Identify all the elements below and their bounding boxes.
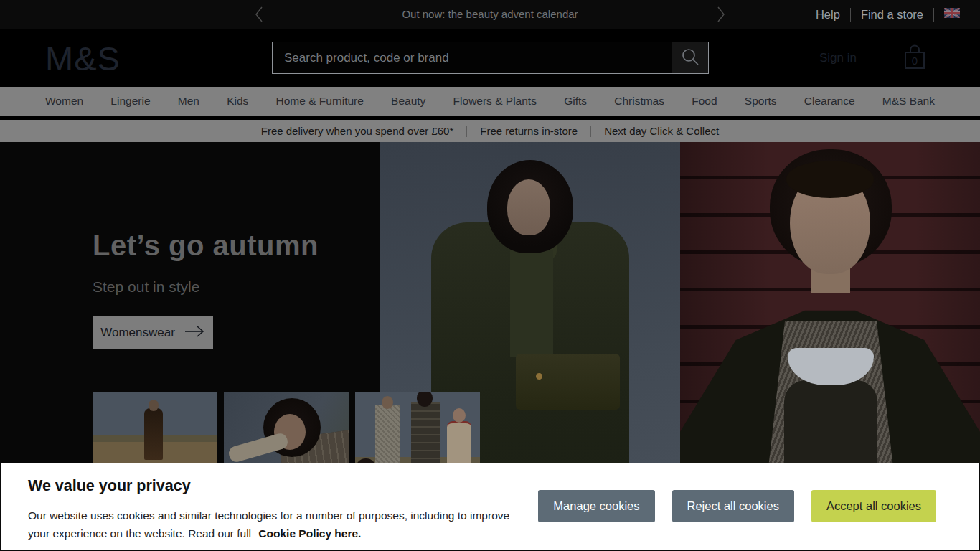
main-nav: Women Lingerie Men Kids Home & Furniture… — [0, 87, 980, 116]
nav-item-food[interactable]: Food — [692, 95, 717, 108]
model-hairline — [786, 161, 874, 198]
model-face — [507, 179, 550, 235]
thumbnail-figure — [411, 402, 440, 466]
search-button[interactable] — [672, 42, 708, 73]
ms-logo[interactable]: M&S — [45, 38, 121, 77]
thumbnail-figure — [144, 408, 163, 460]
cookie-consent-banner: We value your privacy Our website uses c… — [0, 463, 980, 551]
cookie-banner-title: We value your privacy — [28, 477, 191, 495]
benefits-bar: Free delivery when you spend over £60* F… — [0, 120, 980, 142]
benefit-free-delivery: Free delivery when you spend over £60* — [261, 125, 454, 137]
search-input[interactable] — [273, 42, 672, 73]
thumbnail-figure — [447, 421, 471, 468]
divider — [850, 8, 851, 22]
nav-item-flowers-plants[interactable]: Flowers & Plants — [453, 95, 537, 108]
divider — [466, 126, 467, 137]
hero-subtitle: Step out in style — [93, 278, 199, 296]
nav-item-christmas[interactable]: Christmas — [614, 95, 664, 108]
reject-all-cookies-button[interactable]: Reject all cookies — [672, 490, 794, 522]
topbar-utility-links: Help Find a store — [816, 0, 960, 29]
site-header: M&S Sign in 0 — [0, 29, 980, 87]
nav-item-beauty[interactable]: Beauty — [391, 95, 425, 108]
divider — [590, 126, 591, 137]
model-handbag — [516, 354, 620, 410]
thumbnail-figure — [453, 408, 466, 423]
thumbnail-figure — [375, 405, 400, 463]
nav-item-men[interactable]: Men — [178, 95, 199, 108]
nav-item-ms-bank[interactable]: M&S Bank — [882, 95, 935, 108]
thumbnail-figure — [382, 396, 393, 409]
thumbnail-figure — [149, 400, 159, 411]
nav-item-gifts[interactable]: Gifts — [564, 95, 587, 108]
sign-in-link[interactable]: Sign in — [819, 51, 857, 65]
nav-item-clearance[interactable]: Clearance — [804, 95, 855, 108]
shopping-bag-icon: 0 — [903, 61, 927, 73]
help-link[interactable]: Help — [816, 8, 840, 22]
nav-item-sports[interactable]: Sports — [745, 95, 777, 108]
cookie-policy-link[interactable]: Cookie Policy here. — [258, 527, 361, 540]
search-icon — [681, 47, 699, 68]
arrow-right-icon — [184, 325, 205, 342]
top-promo-bar: Out now: the beauty advent calendar Help… — [0, 0, 980, 29]
hero-title: Let’s go autumn — [93, 230, 319, 262]
nav-item-kids[interactable]: Kids — [227, 95, 248, 108]
womenswear-cta-button[interactable]: Womenswear — [93, 316, 213, 349]
accept-all-cookies-button[interactable]: Accept all cookies — [811, 490, 936, 522]
divider — [933, 8, 934, 22]
model-knit — [510, 250, 553, 357]
nav-item-home-furniture[interactable]: Home & Furniture — [276, 95, 364, 108]
find-a-store-link[interactable]: Find a store — [861, 8, 923, 22]
cta-label: Womenswear — [100, 326, 175, 340]
search-bar — [272, 42, 709, 74]
cookie-banner-body: Our website uses cookies and similar tec… — [28, 507, 530, 542]
manage-cookies-button[interactable]: Manage cookies — [538, 490, 654, 522]
chevron-right-icon[interactable] — [717, 6, 725, 26]
handbag-clasp — [536, 373, 542, 380]
basket-count: 0 — [912, 55, 918, 67]
benefit-free-returns: Free returns in-store — [480, 125, 578, 137]
ms-homepage: Out now: the beauty advent calendar Help… — [0, 0, 980, 551]
nav-item-women[interactable]: Women — [45, 95, 83, 108]
basket-button[interactable]: 0 — [903, 44, 927, 74]
benefit-click-collect: Next day Click & Collect — [604, 125, 719, 137]
cookie-banner-buttons: Manage cookies Reject all cookies Accept… — [538, 490, 936, 522]
nav-item-lingerie[interactable]: Lingerie — [110, 95, 150, 108]
uk-flag-icon[interactable] — [944, 8, 960, 21]
